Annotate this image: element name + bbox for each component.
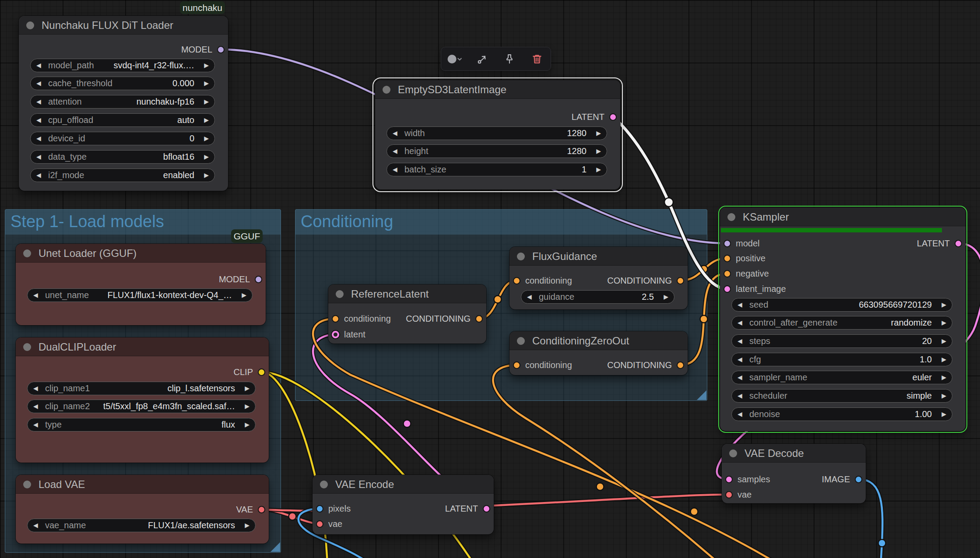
input-port-dot[interactable] [725, 476, 733, 483]
input-port-dot[interactable] [332, 331, 339, 338]
ksampler-widget-steps[interactable]: ◀steps20▶ [731, 334, 952, 348]
collapse-dot-icon[interactable] [336, 290, 344, 298]
widget-decrement-arrow-icon[interactable]: ◀ [738, 408, 742, 420]
flux-guidance-widget-guidance[interactable]: ◀guidance2.5▶ [521, 290, 674, 304]
nunchaku-flux-dit-loader-widget-model_path[interactable]: ◀model_pathsvdq-int4_r32-flux.…▶ [30, 59, 215, 72]
collapse-dot-icon[interactable] [320, 481, 328, 488]
collapse-dot-icon[interactable] [727, 213, 735, 221]
collapse-dot-icon[interactable] [23, 249, 31, 257]
widget-increment-arrow-icon[interactable]: ▶ [941, 390, 946, 402]
output-port-dot[interactable] [258, 506, 265, 513]
output-port-dot[interactable] [255, 276, 262, 283]
empty-sd3-latent-image-widget-height[interactable]: ◀height1280▶ [386, 144, 607, 158]
pin-button[interactable] [499, 50, 520, 68]
ksampler-output-LATENT[interactable]: LATENT [917, 238, 966, 249]
dual-clip-loader-output-CLIP[interactable]: CLIP [234, 367, 269, 377]
widget-increment-arrow-icon[interactable]: ▶ [596, 145, 601, 157]
conditioning-zero-out-input-conditioning[interactable]: conditioning [509, 360, 572, 370]
widget-decrement-arrow-icon[interactable]: ◀ [33, 418, 38, 431]
collapse-dot-icon[interactable] [729, 449, 737, 457]
ksampler-widget-cfg[interactable]: ◀cfg1.0▶ [731, 353, 952, 366]
widget-decrement-arrow-icon[interactable]: ◀ [738, 353, 742, 365]
collapse-dot-icon[interactable] [23, 343, 31, 351]
dual-clip-loader-widget-type[interactable]: ◀typeflux▶ [27, 418, 256, 432]
input-port-dot[interactable] [724, 285, 731, 293]
output-port-dot[interactable] [483, 505, 490, 512]
vae-decode-input-vae[interactable]: vae [722, 489, 752, 500]
widget-decrement-arrow-icon[interactable]: ◀ [33, 382, 38, 394]
widget-decrement-arrow-icon[interactable]: ◀ [393, 163, 397, 175]
collapse-dot-icon[interactable] [26, 21, 34, 29]
node-flux-guidance[interactable]: FluxGuidanceconditioningCONDITIONING◀gui… [509, 247, 688, 309]
widget-increment-arrow-icon[interactable]: ▶ [204, 77, 209, 89]
reference-latent-output-CONDITIONING[interactable]: CONDITIONING [406, 313, 486, 324]
ksampler-input-positive[interactable]: positive [720, 253, 766, 263]
widget-increment-arrow-icon[interactable]: ▶ [204, 59, 209, 71]
output-port-dot[interactable] [955, 240, 962, 247]
vae-encode-input-vae[interactable]: vae [313, 519, 342, 529]
output-port-dot[interactable] [677, 277, 684, 284]
widget-increment-arrow-icon[interactable]: ▶ [245, 400, 249, 412]
widget-decrement-arrow-icon[interactable]: ◀ [738, 371, 742, 383]
widget-increment-arrow-icon[interactable]: ▶ [596, 127, 601, 139]
nunchaku-flux-dit-loader-widget-attention[interactable]: ◀attentionnunchaku-fp16▶ [30, 95, 215, 109]
widget-increment-arrow-icon[interactable]: ▶ [941, 408, 946, 420]
node-color-circle-button[interactable] [444, 50, 465, 68]
widget-increment-arrow-icon[interactable]: ▶ [245, 418, 249, 431]
node-empty-sd3-latent-image[interactable]: EmptySD3LatentImageLATENT◀width1280▶◀hei… [375, 80, 620, 190]
widget-decrement-arrow-icon[interactable]: ◀ [738, 335, 742, 347]
empty-sd3-latent-image-output-LATENT[interactable]: LATENT [572, 112, 620, 122]
widget-decrement-arrow-icon[interactable]: ◀ [393, 145, 397, 157]
ksampler-widget-seed[interactable]: ◀seed663095669720129▶ [731, 298, 952, 312]
node-reference-latent[interactable]: ReferenceLatentconditioninglatentCONDITI… [328, 284, 486, 344]
widget-decrement-arrow-icon[interactable]: ◀ [33, 400, 38, 412]
widget-decrement-arrow-icon[interactable]: ◀ [33, 289, 38, 301]
widget-decrement-arrow-icon[interactable]: ◀ [33, 519, 38, 531]
load-vae-widget-vae_name[interactable]: ◀vae_nameFLUX1/ae.safetensors▶ [27, 519, 256, 532]
input-port-dot[interactable] [513, 277, 520, 284]
widget-increment-arrow-icon[interactable]: ▶ [664, 291, 668, 303]
node-vae-encode[interactable]: VAE EncodepixelsvaeLATENT [313, 475, 494, 534]
node-conditioning-zero-out[interactable]: ConditioningZeroOutconditioningCONDITION… [509, 331, 688, 375]
nunchaku-flux-dit-loader-widget-data_type[interactable]: ◀data_typebfloat16▶ [30, 150, 215, 164]
widget-decrement-arrow-icon[interactable]: ◀ [36, 77, 41, 89]
widget-decrement-arrow-icon[interactable]: ◀ [36, 95, 41, 108]
widget-increment-arrow-icon[interactable]: ▶ [941, 353, 946, 365]
delete-button[interactable] [527, 50, 548, 68]
node-ksampler[interactable]: KSamplermodelpositivenegativelatent_imag… [720, 207, 966, 431]
node-unet-loader-gguf[interactable]: Unet Loader (GGUF)MODEL◀unet_nameFLUX1/f… [16, 244, 266, 325]
ksampler-widget-sampler_name[interactable]: ◀sampler_nameeuler▶ [731, 371, 952, 384]
ksampler-input-model[interactable]: model [720, 238, 759, 249]
reference-latent-input-latent[interactable]: latent [328, 329, 365, 340]
vae-decode-output-IMAGE[interactable]: IMAGE [822, 474, 866, 484]
ksampler-input-latent_image[interactable]: latent_image [720, 284, 786, 294]
widget-increment-arrow-icon[interactable]: ▶ [204, 95, 209, 108]
output-port-dot[interactable] [258, 368, 265, 376]
output-port-dot[interactable] [677, 361, 684, 369]
empty-sd3-latent-image-widget-width[interactable]: ◀width1280▶ [386, 126, 607, 140]
widget-decrement-arrow-icon[interactable]: ◀ [738, 316, 742, 329]
widget-decrement-arrow-icon[interactable]: ◀ [36, 169, 41, 181]
ksampler-input-negative[interactable]: negative [720, 268, 769, 279]
widget-increment-arrow-icon[interactable]: ▶ [941, 371, 946, 383]
bypass-button[interactable] [472, 50, 493, 68]
dual-clip-loader-widget-clip_name2[interactable]: ◀clip_name2t5/t5xxl_fp8_e4m3fn_scaled.sa… [27, 400, 256, 413]
conditioning-zero-out-output-CONDITIONING[interactable]: CONDITIONING [607, 360, 688, 370]
input-port-dot[interactable] [332, 315, 339, 323]
flux-guidance-output-CONDITIONING[interactable]: CONDITIONING [607, 275, 688, 286]
load-vae-output-VAE[interactable]: VAE [236, 504, 269, 515]
widget-increment-arrow-icon[interactable]: ▶ [596, 163, 601, 175]
widget-decrement-arrow-icon[interactable]: ◀ [36, 132, 41, 144]
input-port-dot[interactable] [724, 270, 731, 277]
widget-increment-arrow-icon[interactable]: ▶ [941, 298, 946, 311]
widget-increment-arrow-icon[interactable]: ▶ [245, 382, 249, 394]
widget-increment-arrow-icon[interactable]: ▶ [204, 169, 209, 181]
collapse-dot-icon[interactable] [517, 337, 525, 345]
reference-latent-input-conditioning[interactable]: conditioning [328, 313, 391, 324]
input-port-dot[interactable] [724, 255, 731, 262]
output-port-dot[interactable] [475, 315, 483, 323]
widget-decrement-arrow-icon[interactable]: ◀ [393, 127, 397, 139]
ksampler-widget-denoise[interactable]: ◀denoise1.00▶ [731, 407, 952, 421]
node-dual-clip-loader[interactable]: DualCLIPLoaderCLIP◀clip_name1clip_l.safe… [16, 337, 269, 463]
collapse-dot-icon[interactable] [383, 86, 390, 94]
